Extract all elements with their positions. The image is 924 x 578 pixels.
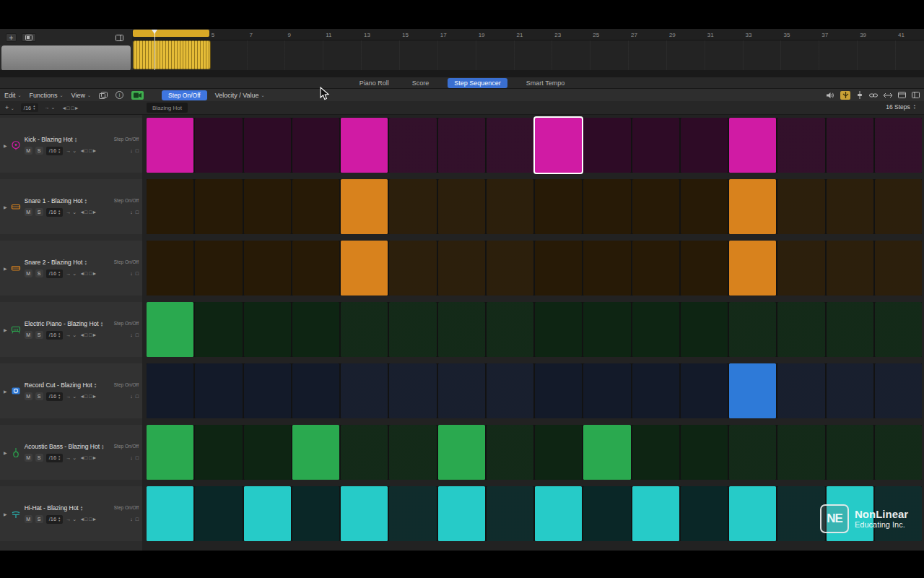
mute-button[interactable]: M: [25, 515, 32, 523]
step-cell-15-off[interactable]: [827, 363, 873, 418]
step-cell-13-on[interactable]: [729, 118, 776, 173]
pattern-name-tag[interactable]: Blazing Hot: [147, 103, 188, 113]
playback-direction-icon[interactable]: → ⌄: [66, 394, 77, 400]
step-cell-10-off[interactable]: [583, 302, 630, 357]
step-cell-9-off[interactable]: [535, 179, 582, 234]
step-cell-15-off[interactable]: [827, 179, 873, 234]
fader-icon[interactable]: [856, 91, 863, 99]
playback-direction-icon[interactable]: → ⌄: [66, 517, 77, 522]
rotate-steps-icon[interactable]: ◄□ □►: [79, 148, 97, 153]
stepper-arrows-icon[interactable]: ▴▾: [84, 259, 87, 265]
step-cell-9-off[interactable]: [535, 241, 582, 296]
step-cell-5-off[interactable]: [341, 363, 388, 418]
step-cell-9-off[interactable]: [535, 425, 582, 480]
step-cell-6-off[interactable]: [389, 241, 436, 296]
step-cell-8-off[interactable]: [487, 486, 533, 541]
stepper-arrows-icon[interactable]: ▴▾: [58, 517, 60, 522]
step-cell-1-off[interactable]: [147, 179, 193, 234]
playback-direction-icon[interactable]: → ⌄: [66, 332, 77, 338]
row-options-icon[interactable]: □: [136, 271, 139, 276]
step-display-icon[interactable]: ◄□ □►: [61, 105, 79, 111]
step-cell-15-off[interactable]: [827, 425, 873, 480]
horizontal-scrollbar[interactable]: [0, 70, 924, 77]
track-header-electric-piano-blazing-hot[interactable]: ▶Electric Piano - Blazing Hot▴▾Step On/O…: [0, 302, 142, 357]
midi-region-blazing-hot[interactable]: [133, 40, 211, 69]
track-header-snare-2-blazing-hot[interactable]: ▶Snare 2 - Blazing Hot▴▾Step On/OffMS/16…: [0, 241, 142, 296]
tab-step-sequencer[interactable]: Step Sequencer: [448, 78, 507, 88]
step-cell-8-off[interactable]: [487, 425, 533, 480]
step-cell-3-off[interactable]: [244, 425, 291, 480]
track-header-record-cut-blazing-hot[interactable]: ▶Record Cut - Blazing Hot▴▾Step On/OffMS…: [0, 363, 142, 418]
track-header-placeholder[interactable]: [1, 46, 131, 71]
row-options-icon[interactable]: □: [136, 517, 139, 522]
window-icon[interactable]: [898, 92, 906, 98]
step-cell-12-off[interactable]: [681, 179, 728, 234]
step-cell-12-off[interactable]: [681, 302, 728, 357]
mute-button[interactable]: M: [25, 269, 32, 277]
increment-icon[interactable]: ↓: [130, 210, 133, 215]
pattern-length-stepper[interactable]: 16 Steps ▴▾: [886, 103, 915, 111]
tab-piano-roll[interactable]: Piano Roll: [355, 79, 393, 87]
rotate-steps-icon[interactable]: ◄□ □►: [79, 517, 97, 522]
step-cell-8-off[interactable]: [487, 241, 533, 296]
tab-score[interactable]: Score: [408, 79, 434, 87]
resize-icon[interactable]: [884, 92, 892, 98]
disclosure-triangle-icon[interactable]: ▶: [4, 327, 7, 332]
rotate-steps-icon[interactable]: ◄□ □►: [79, 271, 97, 276]
step-cell-16-off[interactable]: [875, 241, 922, 296]
mute-button[interactable]: M: [25, 454, 32, 462]
step-cell-6-off[interactable]: [389, 118, 436, 173]
sidebar-icon[interactable]: [912, 92, 920, 98]
increment-icon[interactable]: ↓: [130, 332, 133, 337]
catch-playhead-icon[interactable]: [840, 91, 850, 100]
step-cell-6-off[interactable]: [389, 425, 436, 480]
step-cell-4-off[interactable]: [292, 118, 339, 173]
step-cell-1-on[interactable]: [147, 425, 193, 480]
step-cell-5-on[interactable]: [341, 179, 388, 234]
step-cell-11-off[interactable]: [632, 425, 679, 480]
step-cell-2-off[interactable]: [195, 241, 242, 296]
step-cell-10-off[interactable]: [583, 179, 630, 234]
step-cell-4-off[interactable]: [292, 363, 339, 418]
rotate-steps-icon[interactable]: ◄□ □►: [79, 455, 97, 460]
step-cell-13-off[interactable]: [729, 302, 776, 357]
step-cell-14-off[interactable]: [777, 486, 824, 541]
step-cell-8-off[interactable]: [487, 302, 533, 357]
step-cell-9-on[interactable]: [535, 118, 582, 173]
step-cell-1-on[interactable]: [147, 486, 193, 541]
disclosure-triangle-icon[interactable]: ▶: [4, 143, 7, 148]
row-rate-stepper[interactable]: /16▴▾: [46, 147, 64, 155]
step-cell-7-off[interactable]: [438, 363, 485, 418]
solo-button[interactable]: S: [35, 147, 43, 155]
step-cell-14-off[interactable]: [777, 118, 824, 173]
step-cell-5-on[interactable]: [341, 241, 388, 296]
stepper-arrows-icon[interactable]: ▴▾: [75, 137, 77, 142]
step-cell-5-on[interactable]: [341, 118, 388, 173]
menu-edit[interactable]: Edit⌄: [4, 92, 22, 99]
step-cell-3-off[interactable]: [244, 179, 291, 234]
step-cell-2-off[interactable]: [195, 486, 242, 541]
info-icon[interactable]: i: [116, 91, 123, 99]
stepper-arrows-icon[interactable]: ▴▾: [58, 148, 60, 154]
step-cell-4-off[interactable]: [292, 486, 339, 541]
step-cell-10-off[interactable]: [583, 241, 630, 296]
step-cell-7-off[interactable]: [438, 179, 485, 234]
step-cell-6-off[interactable]: [389, 363, 436, 418]
overlap-windows-icon[interactable]: [99, 92, 108, 99]
step-cell-2-off[interactable]: [195, 363, 242, 418]
stepper-arrows-icon[interactable]: ▴▾: [84, 198, 87, 204]
step-cell-15-off[interactable]: [827, 118, 873, 173]
step-cell-6-off[interactable]: [389, 302, 436, 357]
track-name-label[interactable]: Electric Piano - Blazing Hot: [25, 320, 99, 327]
stepper-arrows-icon[interactable]: ▴▾: [58, 210, 60, 215]
solo-button[interactable]: S: [35, 208, 43, 216]
step-cell-12-off[interactable]: [681, 486, 728, 541]
playback-direction-icon[interactable]: → ⌄: [66, 210, 77, 215]
row-rate-stepper[interactable]: /16▴▾: [46, 454, 64, 462]
increment-icon[interactable]: ↓: [130, 148, 133, 153]
step-cell-9-off[interactable]: [535, 302, 582, 357]
row-options-icon[interactable]: □: [136, 332, 139, 337]
step-cell-7-off[interactable]: [438, 241, 485, 296]
stepper-arrows-icon[interactable]: ▴▾: [33, 105, 35, 111]
cycle-range[interactable]: [133, 30, 209, 37]
